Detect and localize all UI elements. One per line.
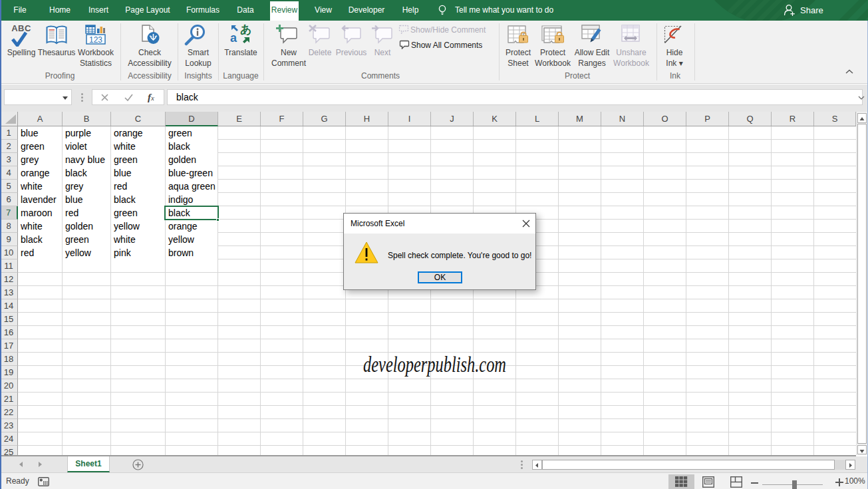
svg-text:123: 123 (89, 35, 102, 45)
svg-text:あ: あ (240, 24, 251, 36)
svg-text:a: a (230, 31, 237, 45)
